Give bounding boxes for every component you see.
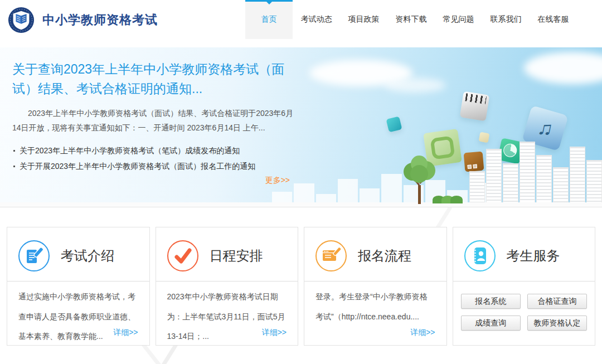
card-head: 考试介绍 xyxy=(7,227,149,281)
nav-tab-downloads[interactable]: 资料下载 xyxy=(387,0,435,39)
cloud-icon xyxy=(385,78,446,93)
nav-tab-home[interactable]: 首页 xyxy=(245,0,293,39)
checkmark-icon xyxy=(167,240,198,271)
ground-strip xyxy=(0,202,602,207)
nav-tab-label: 联系我们 xyxy=(491,14,522,25)
nav-tab-online-service[interactable]: 在线客服 xyxy=(530,0,577,39)
card-schedule: 日程安排 2023年中小学教师资格考试日期为：上半年笔试3月11日，面试5月13… xyxy=(156,227,299,346)
main-nav: 首页 考试动态 项目政策 资料下载 常见问题 联系我们 在线客服 xyxy=(245,0,577,39)
document-pen-icon xyxy=(18,240,50,271)
card-head: 日程安排 xyxy=(156,227,298,281)
nav-tab-label: 资料下载 xyxy=(396,14,427,25)
nav-tab-faq[interactable]: 常见问题 xyxy=(435,0,482,39)
detail-link[interactable]: 详细>> xyxy=(410,328,435,338)
card-title: 考生服务 xyxy=(507,247,560,265)
card-exam-introduction: 考试介绍 通过实施中小学教师资格考试，考查申请人是否具备教师职业道德、基本素养、… xyxy=(7,227,150,346)
teal-cube-icon xyxy=(386,116,402,132)
form-pen-icon xyxy=(315,240,347,271)
nav-tab-label: 考试动态 xyxy=(301,14,332,25)
nav-tab-label: 项目政策 xyxy=(348,14,380,25)
nav-tab-label: 在线客服 xyxy=(538,14,569,25)
card-title: 日程安排 xyxy=(210,247,263,265)
nav-tab-contact[interactable]: 联系我们 xyxy=(482,0,530,39)
nav-tab-policies[interactable]: 项目政策 xyxy=(340,0,387,39)
info-cards-row: 考试介绍 通过实施中小学教师资格考试，考查申请人是否具备教师职业道德、基本素养、… xyxy=(0,227,602,346)
banner-content: 关于查询2023年上半年中小学教师资格考试（面试）结果、考试合格证明的通知...… xyxy=(12,47,295,186)
site-title: 中小学教师资格考试 xyxy=(42,12,158,28)
news-list-item[interactable]: 关于2023年上半年中小学教师资格考试（笔试）成绩发布的通知 xyxy=(12,143,295,159)
cloud-icon xyxy=(524,52,602,84)
contact-book-icon xyxy=(464,240,496,271)
active-tab-arrow-icon xyxy=(266,2,272,4)
score-query-button[interactable]: 成绩查询 xyxy=(461,316,521,331)
registration-system-button[interactable]: 报名系统 xyxy=(461,294,521,309)
service-button-grid: 报名系统 合格证查询 成绩查询 教师资格认定 xyxy=(453,282,595,331)
card-title: 考试介绍 xyxy=(61,247,114,265)
book-shield-seal-logo-icon xyxy=(8,7,35,33)
card-registration-process: 报名流程 登录。考生登录“中小学教师资格考试”（http://ntce.neea… xyxy=(304,227,447,346)
card-head: 考生服务 xyxy=(453,227,595,281)
piano-cube-icon xyxy=(460,91,490,122)
logo-link[interactable]: 中小学教师资格考试 xyxy=(8,7,158,33)
detail-link[interactable]: 详细>> xyxy=(113,328,138,338)
nav-tab-label: 首页 xyxy=(261,14,277,25)
banner-headline-link[interactable]: 关于查询2023年上半年中小学教师资格考试（面试）结果、考试合格证明的通知... xyxy=(12,60,295,98)
city-skyline-buildings xyxy=(469,142,602,203)
banner-summary: 2023年上半年中小学教师资格考试（面试）结果、考试合格证明于2023年6月14… xyxy=(12,106,295,135)
nav-tab-exam-news[interactable]: 考试动态 xyxy=(293,0,340,39)
more-link[interactable]: 更多>> xyxy=(12,176,295,186)
teacher-certification-button[interactable]: 教师资格认定 xyxy=(527,316,587,331)
site-header: 中小学教师资格考试 首页 考试动态 项目政策 资料下载 常见问题 联系我们 在线… xyxy=(0,0,602,47)
detail-link[interactable]: 详细>> xyxy=(262,328,287,338)
card-head: 报名流程 xyxy=(304,227,446,281)
hero-banner: ♫ 关于查询2023年上半年中小学教师资格考试（面试）结果、考试合格证明的通知.… xyxy=(0,47,602,207)
bush-icon xyxy=(436,196,463,203)
card-body-text: 登录。考生登录“中小学教师资格考试”（http://ntce.neea.edu.… xyxy=(304,282,446,327)
certificate-query-button[interactable]: 合格证查询 xyxy=(527,294,587,309)
card-title: 报名流程 xyxy=(358,247,411,265)
nav-tab-label: 常见问题 xyxy=(443,14,474,25)
news-list: 关于2023年上半年中小学教师资格考试（笔试）成绩发布的通知 关于开展2023年… xyxy=(12,143,295,174)
card-candidate-services: 考生服务 报名系统 合格证查询 成绩查询 教师资格认定 xyxy=(453,227,596,346)
news-list-item[interactable]: 关于开展2023年上半年中小学教师资格考试（面试）报名工作的通知 xyxy=(12,158,295,174)
